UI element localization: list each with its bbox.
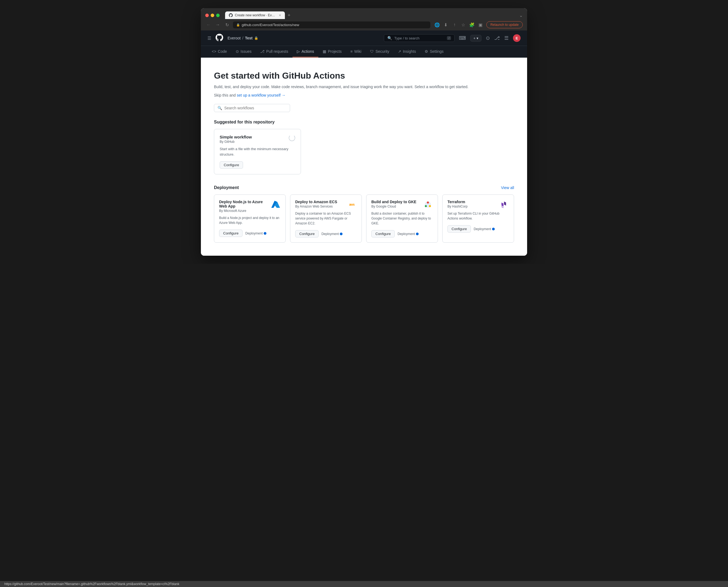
window-expand-icon: ⌄	[519, 13, 523, 18]
search-icon: 🔍	[387, 36, 392, 40]
sidebar-icon[interactable]: ▣	[478, 22, 484, 28]
deployment-cards: Deploy Node.js to Azure Web App By Micro…	[214, 194, 514, 243]
actions-icon: ▷	[297, 49, 300, 53]
breadcrumb-separator: /	[242, 36, 243, 40]
inbox-icon[interactable]: ☰	[504, 35, 509, 41]
aws-deployment-dot	[340, 233, 342, 235]
repo-nav: <> Code ⊙ Issues ⎇ Pull requests ▷ Actio…	[201, 46, 527, 58]
minimize-traffic-light[interactable]	[211, 14, 214, 17]
simple-workflow-card: Simple workflow By GitHub Start with a f…	[214, 129, 301, 174]
terraform-tag-label: Deployment	[474, 227, 491, 231]
back-button[interactable]: ←	[205, 22, 212, 28]
nav-issues[interactable]: ⊙ Issues	[231, 46, 256, 57]
gke-logo-icon	[423, 199, 433, 209]
aws-configure-button[interactable]: Configure	[295, 230, 319, 237]
search-workflows-icon: 🔍	[217, 106, 222, 110]
nav-code[interactable]: <> Code	[208, 46, 231, 57]
page-subtitle: Build, test, and deploy your code. Make …	[214, 84, 514, 90]
security-icon: 🛡	[370, 49, 374, 53]
nav-actions[interactable]: ▷ Actions	[292, 46, 318, 57]
close-traffic-light[interactable]	[205, 14, 209, 17]
simple-workflow-desc: Start with a file with the minimum neces…	[220, 146, 295, 157]
issues-nav-icon: ⊙	[236, 49, 239, 53]
share-icon[interactable]: ↑	[452, 22, 458, 28]
code-icon: <>	[212, 49, 216, 53]
lock-icon: 🔒	[236, 23, 240, 27]
nav-issues-label: Issues	[241, 49, 251, 53]
nav-wiki[interactable]: ≡ Wiki	[346, 46, 366, 57]
bookmark-icon[interactable]: ☆	[460, 22, 466, 28]
aws-tag-label: Deployment	[321, 232, 339, 236]
azure-card-desc: Build a Node.js project and deploy it to…	[219, 215, 281, 225]
address-bar[interactable]: 🔒 github.com/Everoot/Test/actions/new	[233, 22, 430, 28]
svg-point-3	[427, 202, 429, 204]
insights-icon: ↗	[398, 49, 401, 53]
skip-link-prefix: Skip this and	[214, 93, 237, 97]
active-tab[interactable]: Create new workflow · Everoo ×	[225, 11, 285, 19]
nav-settings[interactable]: ⚙ Settings	[420, 46, 448, 57]
maximize-traffic-light[interactable]	[216, 14, 220, 17]
issues-icon[interactable]: ⊙	[486, 35, 490, 41]
add-chevron-icon: ▾	[477, 36, 479, 40]
new-tab-button[interactable]: +	[286, 12, 292, 19]
pull-requests-icon[interactable]: ⎇	[494, 35, 500, 41]
gke-card-desc: Build a docker container, publish it to …	[371, 211, 433, 226]
refresh-button[interactable]: ↻	[224, 22, 230, 28]
terraform-logo-icon	[499, 199, 509, 209]
view-all-link[interactable]: View all	[501, 186, 514, 190]
browser-top-row: Create new workflow · Everoo × + ⌄	[205, 11, 523, 19]
skip-link-container: Skip this and set up a workflow yourself…	[214, 93, 514, 97]
deployment-header: Deployment View all	[214, 185, 514, 190]
search-workflows-input[interactable]	[224, 106, 287, 110]
google-icon[interactable]: 🌐	[434, 22, 440, 28]
page-title: Get started with GitHub Actions	[214, 71, 514, 81]
github-logo[interactable]	[216, 34, 223, 42]
nav-pull-requests[interactable]: ⎇ Pull requests	[256, 46, 292, 57]
nav-security[interactable]: 🛡 Security	[366, 46, 394, 57]
wiki-icon: ≡	[350, 49, 353, 53]
header-actions: ⌨ + ▾ ⊙ ⎇ ☰ E	[459, 34, 520, 42]
simple-workflow-title: Simple workflow	[220, 135, 295, 139]
download-icon[interactable]: ⬇	[443, 22, 449, 28]
hamburger-icon[interactable]: ☰	[208, 36, 211, 41]
gke-deployment-tag: Deployment	[397, 232, 419, 236]
nav-code-label: Code	[218, 49, 227, 53]
terraform-deployment-dot	[492, 228, 495, 230]
nav-projects-label: Projects	[328, 49, 342, 53]
tab-close-button[interactable]: ×	[279, 13, 281, 17]
breadcrumb: Everoot / Test 🔒	[227, 36, 258, 40]
aws-card-desc: Deploy a container to an Amazon ECS serv…	[295, 211, 357, 226]
azure-card-by: By Microsoft Azure	[219, 209, 281, 213]
relaunch-button[interactable]: Relaunch to update	[486, 21, 523, 28]
extensions-icon[interactable]: 🧩	[469, 22, 475, 28]
azure-tag-label: Deployment	[245, 232, 263, 235]
nav-insights[interactable]: ↗ Insights	[394, 46, 420, 57]
terminal-icon[interactable]: ⌨	[459, 35, 466, 41]
user-avatar[interactable]: E	[513, 34, 520, 42]
azure-deployment-dot	[264, 232, 266, 235]
skip-link[interactable]: set up a workflow yourself →	[237, 93, 286, 97]
nav-projects[interactable]: ▦ Projects	[318, 46, 346, 57]
deployment-card-gke: Build and Deploy to GKE By Google Cloud …	[366, 194, 438, 243]
terraform-card-footer: Configure Deployment	[447, 225, 509, 233]
suggested-section-title: Suggested for this repository	[214, 120, 514, 124]
terraform-configure-button[interactable]: Configure	[447, 225, 471, 233]
breadcrumb-repo: Test	[245, 36, 252, 40]
add-button[interactable]: + ▾	[470, 35, 481, 42]
browser-titlebar: Create new workflow · Everoo × + ⌄	[201, 8, 527, 19]
add-icon: +	[473, 36, 476, 40]
nav-actions-label: Actions	[301, 49, 314, 53]
azure-configure-button[interactable]: Configure	[219, 230, 242, 237]
svg-point-5	[425, 205, 427, 207]
breadcrumb-org-link[interactable]: Everoot	[227, 36, 241, 40]
browser-window: Create new workflow · Everoo × + ⌄ ← → ↻…	[201, 8, 527, 256]
forward-button[interactable]: →	[215, 22, 221, 28]
browser-toolbar: ← → ↻ 🔒 github.com/Everoot/Test/actions/…	[201, 19, 527, 30]
global-search[interactable]: 🔍 Type / to search /	[384, 34, 455, 42]
search-workflows-container[interactable]: 🔍	[214, 104, 290, 112]
gke-configure-button[interactable]: Configure	[371, 230, 395, 237]
tab-favicon	[229, 13, 233, 17]
deployment-card-terraform: Terraform By HashiCorp Set up Terraform …	[442, 194, 514, 243]
simple-workflow-configure-button[interactable]: Configure	[220, 161, 243, 169]
nav-security-label: Security	[375, 49, 389, 53]
